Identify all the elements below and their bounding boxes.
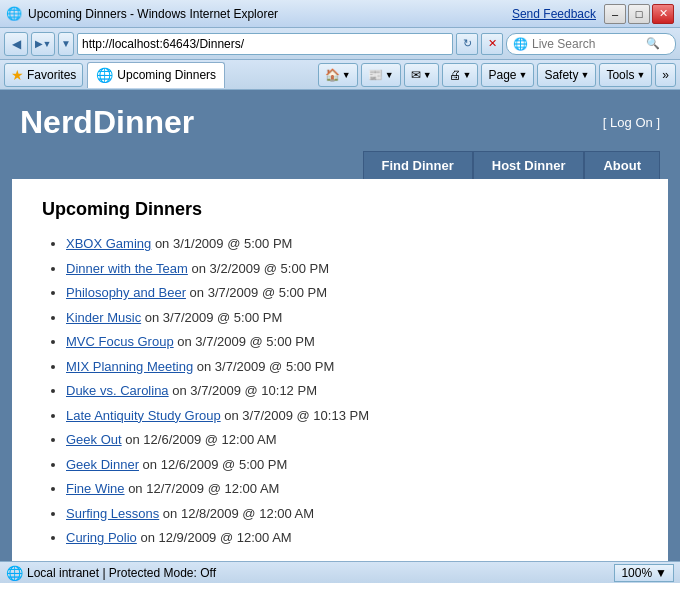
dinner-link[interactable]: Geek Out (66, 432, 122, 447)
dinner-list: XBOX Gaming on 3/1/2009 @ 5:00 PMDinner … (42, 234, 638, 548)
dinner-link[interactable]: Philosophy and Beer (66, 285, 186, 300)
dinner-detail: on 12/7/2009 @ 12:00 AM (125, 481, 280, 496)
list-item: Geek Dinner on 12/6/2009 @ 5:00 PM (66, 455, 638, 475)
list-item: Philosophy and Beer on 3/7/2009 @ 5:00 P… (66, 283, 638, 303)
close-button[interactable]: ✕ (652, 4, 674, 24)
main-container: NerdDinner [ Log On ] Find Dinner Host D… (0, 90, 680, 561)
print-button[interactable]: 🖨 ▼ (442, 63, 479, 87)
content-area: NerdDinner [ Log On ] Find Dinner Host D… (0, 90, 680, 561)
zoom-label: 100% (621, 566, 652, 580)
dinner-link[interactable]: MIX Planning Meeting (66, 359, 193, 374)
refresh-button[interactable]: ↻ (456, 33, 478, 55)
list-item: Geek Out on 12/6/2009 @ 12:00 AM (66, 430, 638, 450)
mail-button[interactable]: ✉ ▼ (404, 63, 439, 87)
dinner-link[interactable]: MVC Focus Group (66, 334, 174, 349)
content-body: Upcoming Dinners XBOX Gaming on 3/1/2009… (12, 179, 668, 561)
dinner-detail: on 12/6/2009 @ 12:00 AM (122, 432, 277, 447)
dinner-detail: on 3/7/2009 @ 5:00 PM (141, 310, 282, 325)
forward-button[interactable]: ▶▼ (31, 32, 55, 56)
send-feedback-link[interactable]: Send Feedback (512, 7, 596, 21)
dinner-link[interactable]: Dinner with the Team (66, 261, 188, 276)
dinner-link[interactable]: Fine Wine (66, 481, 125, 496)
nav-find-dinner[interactable]: Find Dinner (363, 151, 473, 179)
nerddinner-header: NerdDinner [ Log On ] (0, 90, 680, 151)
nav-about[interactable]: About (584, 151, 660, 179)
favorites-star-icon: ★ (11, 67, 24, 83)
recent-pages-button[interactable]: ▼ (58, 32, 74, 56)
toolbar-right: 🏠 ▼ 📰 ▼ ✉ ▼ 🖨 ▼ Page ▼ Safety ▼ Tools ▼ … (318, 63, 676, 87)
page-chevron: ▼ (519, 70, 528, 80)
home-icon: 🏠 (325, 68, 340, 82)
nav-host-dinner[interactable]: Host Dinner (473, 151, 585, 179)
dinner-link[interactable]: XBOX Gaming (66, 236, 151, 251)
search-input[interactable] (532, 37, 642, 51)
logon-link[interactable]: Log On (610, 115, 653, 130)
safety-chevron: ▼ (580, 70, 589, 80)
stop-button[interactable]: ✕ (481, 33, 503, 55)
zoom-control[interactable]: 100% ▼ (614, 564, 674, 582)
list-item: Fine Wine on 12/7/2009 @ 12:00 AM (66, 479, 638, 499)
page-button[interactable]: Page ▼ (481, 63, 534, 87)
tools-button[interactable]: Tools ▼ (599, 63, 652, 87)
mail-icon: ✉ (411, 68, 421, 82)
window-controls: – □ ✕ (604, 4, 674, 24)
zoom-chevron-icon: ▼ (655, 566, 667, 580)
logon-bracket-open: [ (603, 115, 607, 130)
list-item: MIX Planning Meeting on 3/7/2009 @ 5:00 … (66, 357, 638, 377)
page-label: Page (488, 68, 516, 82)
dinner-link[interactable]: Geek Dinner (66, 457, 139, 472)
restore-button[interactable]: □ (628, 4, 650, 24)
list-item: Surfing Lessons on 12/8/2009 @ 12:00 AM (66, 504, 638, 524)
list-item: Curing Polio on 12/9/2009 @ 12:00 AM (66, 528, 638, 548)
safety-label: Safety (544, 68, 578, 82)
dinner-detail: on 3/7/2009 @ 5:00 PM (193, 359, 334, 374)
more-button[interactable]: » (655, 63, 676, 87)
home-chevron: ▼ (342, 70, 351, 80)
favorites-button[interactable]: ★ Favorites (4, 63, 83, 87)
dinner-detail: on 12/8/2009 @ 12:00 AM (159, 506, 314, 521)
dinner-detail: on 12/9/2009 @ 12:00 AM (137, 530, 292, 545)
tab-area: 🌐 Upcoming Dinners (87, 62, 313, 88)
feeds-button[interactable]: 📰 ▼ (361, 63, 401, 87)
dinner-link[interactable]: Curing Polio (66, 530, 137, 545)
ie-icon: 🌐 (6, 6, 22, 22)
site-title: NerdDinner (20, 104, 194, 141)
dinner-link[interactable]: Surfing Lessons (66, 506, 159, 521)
search-bar: 🌐 🔍 (506, 33, 676, 55)
logon-area: [ Log On ] (603, 115, 660, 130)
dinner-detail: on 3/7/2009 @ 10:13 PM (221, 408, 369, 423)
status-globe-icon: 🌐 (6, 565, 23, 581)
page-heading: Upcoming Dinners (42, 199, 638, 220)
feeds-icon: 📰 (368, 68, 383, 82)
home-button[interactable]: 🏠 ▼ (318, 63, 358, 87)
minimize-button[interactable]: – (604, 4, 626, 24)
dinner-detail: on 3/2/2009 @ 5:00 PM (188, 261, 329, 276)
title-bar: 🌐 Upcoming Dinners - Windows Internet Ex… (0, 0, 680, 28)
tools-chevron: ▼ (636, 70, 645, 80)
safety-button[interactable]: Safety ▼ (537, 63, 596, 87)
browser-toolbar: ★ Favorites 🌐 Upcoming Dinners 🏠 ▼ 📰 ▼ ✉… (0, 60, 680, 90)
active-tab[interactable]: 🌐 Upcoming Dinners (87, 62, 225, 88)
list-item: Dinner with the Team on 3/2/2009 @ 5:00 … (66, 259, 638, 279)
dinner-detail: on 3/7/2009 @ 5:00 PM (186, 285, 327, 300)
feeds-chevron: ▼ (385, 70, 394, 80)
status-bar: 🌐 Local intranet | Protected Mode: Off 1… (0, 561, 680, 583)
list-item: MVC Focus Group on 3/7/2009 @ 5:00 PM (66, 332, 638, 352)
print-icon: 🖨 (449, 68, 461, 82)
favorites-label: Favorites (27, 68, 76, 82)
dinner-link[interactable]: Duke vs. Carolina (66, 383, 169, 398)
mail-chevron: ▼ (423, 70, 432, 80)
dinner-detail: on 3/7/2009 @ 10:12 PM (169, 383, 317, 398)
ie-search-icon: 🌐 (513, 37, 528, 51)
tab-icon: 🌐 (96, 67, 113, 83)
status-text: Local intranet | Protected Mode: Off (27, 566, 610, 580)
nav-bar: Find Dinner Host Dinner About (0, 151, 680, 179)
logon-bracket-close: ] (656, 115, 660, 130)
address-input[interactable] (77, 33, 453, 55)
search-go-button[interactable]: 🔍 (646, 37, 660, 50)
tab-label: Upcoming Dinners (117, 68, 216, 82)
list-item: XBOX Gaming on 3/1/2009 @ 5:00 PM (66, 234, 638, 254)
dinner-link[interactable]: Kinder Music (66, 310, 141, 325)
back-button[interactable]: ◀ (4, 32, 28, 56)
dinner-link[interactable]: Late Antiquity Study Group (66, 408, 221, 423)
